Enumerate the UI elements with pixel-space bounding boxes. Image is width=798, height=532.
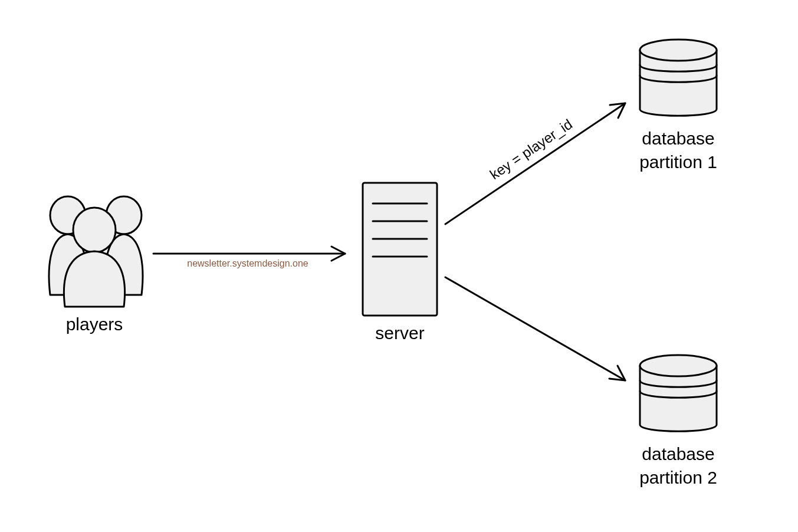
- server-icon: [363, 183, 437, 316]
- arrow-server-to-db1-label: key = player_id: [487, 116, 575, 182]
- players-label: players: [66, 314, 123, 334]
- svg-point-8: [640, 40, 717, 61]
- database-2-icon: [640, 355, 717, 431]
- database-2-label-line1: database: [642, 444, 714, 464]
- svg-line-11: [445, 103, 625, 224]
- architecture-diagram: players server database partition 1 data…: [0, 0, 798, 532]
- watermark-text: newsletter.systemdesign.one: [187, 258, 308, 268]
- server-label: server: [375, 323, 424, 343]
- players-icon: [49, 196, 143, 307]
- database-1-icon: [640, 40, 717, 116]
- database-1-label-line2: partition 1: [639, 152, 717, 172]
- database-1-label-line1: database: [642, 129, 714, 148]
- database-2-label-line2: partition 2: [639, 468, 717, 487]
- arrow-server-to-db2: [445, 277, 625, 380]
- arrow-server-to-db1: [445, 103, 625, 224]
- svg-line-12: [445, 277, 625, 380]
- svg-point-2: [73, 208, 116, 252]
- svg-point-9: [640, 355, 717, 376]
